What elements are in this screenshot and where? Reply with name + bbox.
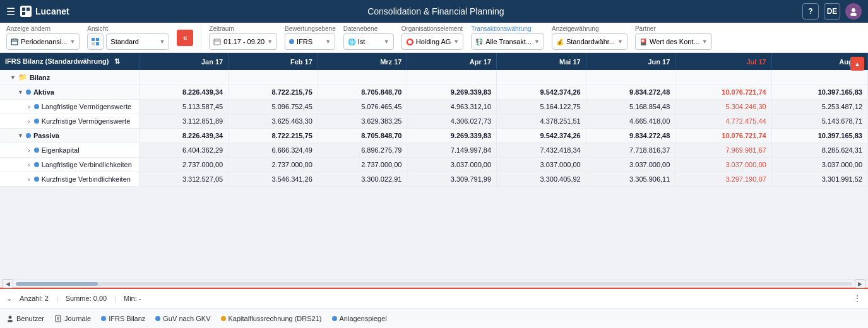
tab-guv[interactable]: GuV nach GKV: [155, 315, 210, 322]
horizontal-scrollbar[interactable]: ◀ ▶: [0, 279, 868, 288]
chevron-down-icon: ▼: [69, 38, 75, 45]
data-cell: [771, 70, 867, 85]
divider: [201, 28, 201, 47]
table-row: ›Kurzfristige Verbindlichkeiten3.312.527…: [0, 172, 868, 187]
ifrs-dot: [101, 316, 106, 321]
ansicht-dropdown[interactable]: Standard ▼: [106, 33, 169, 50]
org-element-dropdown[interactable]: ⭕ Holding AG ▼: [401, 33, 464, 50]
table-row: ▼📁Bilanz: [0, 70, 868, 85]
data-cell: 10.397.165,83: [771, 129, 867, 143]
view-icon-button[interactable]: [87, 33, 104, 50]
expand-arrow[interactable]: ›: [28, 117, 30, 125]
row-label-text: Kurzfristige Vermögenswerte: [42, 117, 131, 125]
tab-kapitalfluss[interactable]: Kapitalflussrechnung (DRS21): [221, 315, 322, 322]
data-cell: 7.718.816,37: [586, 143, 675, 158]
trans-waehrung-section: Transaktionswährung 💱 Alle Transakt... ▼: [471, 25, 544, 50]
data-cell: 10.076.721,74: [675, 85, 771, 100]
scroll-left-button[interactable]: ◀: [3, 279, 13, 288]
svg-rect-1: [22, 8, 25, 11]
table-row: ▼Passiva8.226.439,348.722.215,758.705.84…: [0, 129, 868, 143]
status-bar: ⌄ Anzahl: 2 | Summe: 0,00 | Min: - ⋮: [0, 288, 868, 308]
data-cell: 5.143.678,71: [771, 114, 867, 129]
more-options-button[interactable]: ⋮: [853, 293, 862, 303]
help-button[interactable]: ?: [802, 3, 819, 20]
svg-rect-6: [11, 39, 18, 45]
scroll-top-button[interactable]: ▲: [850, 57, 864, 71]
chevron-down-icon: ▼: [325, 38, 331, 45]
document-icon: [54, 315, 62, 322]
table-row: ›Eigenkapital6.404.362,296.666.324,496.8…: [0, 143, 868, 158]
tab-ifrs-bilanz[interactable]: IFRS Bilanz: [101, 315, 145, 322]
anzeige-waehrung-dropdown[interactable]: 💰 Standardwähr... ▼: [552, 33, 627, 50]
svg-rect-0: [20, 6, 32, 17]
data-cell: 3.037.000,00: [771, 158, 867, 172]
table-row: ›Langfristige Verbindlichkeiten2.737.000…: [0, 158, 868, 172]
expand-arrow[interactable]: ›: [28, 146, 30, 154]
row-label-cell: ›Eigenkapital: [0, 143, 139, 158]
status-expand-button[interactable]: ⌄: [6, 295, 12, 303]
partner-section: Partner 🎴 Wert des Kont... ▼: [635, 25, 712, 50]
data-cell: 4.772.475,44: [675, 114, 771, 129]
expand-arrow[interactable]: ›: [28, 103, 30, 110]
expand-arrow[interactable]: ▼: [18, 132, 23, 139]
tab-benutzer[interactable]: Benutzer: [6, 315, 44, 322]
partner-dropdown[interactable]: 🎴 Wert des Kont... ▼: [635, 33, 712, 50]
row-label-cell: ›Langfristige Vermögenswerte: [0, 100, 139, 114]
collapse-button[interactable]: «: [177, 30, 193, 46]
data-cell: 7.149.997,84: [407, 143, 497, 158]
data-cell: [586, 70, 675, 85]
expand-arrow[interactable]: ›: [28, 161, 30, 168]
data-cell: 5.076.465,45: [318, 100, 407, 114]
scroll-thumb[interactable]: [16, 282, 98, 286]
folder-icon: 📁: [18, 73, 27, 81]
datenebene-dropdown[interactable]: 🌐 Ist ▼: [343, 33, 394, 50]
trans-waehrung-dropdown[interactable]: 💱 Alle Transakt... ▼: [471, 33, 544, 50]
toolbar: Anzeige ändern Periodenansi... ▼ Ansicht…: [0, 23, 868, 53]
tab-anlagenspiegel[interactable]: Anlagenspiegel: [332, 315, 387, 322]
expand-arrow[interactable]: ›: [28, 175, 30, 183]
row-label-cell: ▼Passiva: [0, 129, 139, 143]
bewertungsebene-label: Bewertungsebene: [285, 25, 336, 32]
sort-icon[interactable]: ⇅: [114, 57, 120, 65]
language-button[interactable]: DE: [824, 3, 840, 20]
data-cell: 8.722.215,75: [229, 129, 318, 143]
data-cell: 3.546.341,26: [229, 172, 318, 187]
calendar-icon: [11, 38, 18, 45]
data-cell: 9.269.339,83: [407, 85, 497, 100]
ansicht-label: Ansicht: [87, 25, 108, 32]
page-title: Consolidation & Financial Planning: [74, 6, 797, 16]
trans-icon: 💱: [475, 38, 483, 45]
partner-icon: 🎴: [639, 38, 647, 45]
bewertungsebene-dropdown[interactable]: IFRS ▼: [285, 33, 335, 50]
periode-dropdown[interactable]: Periodenansi... ▼: [6, 33, 80, 50]
scroll-track[interactable]: [16, 282, 852, 286]
data-cell: 6.896.275,79: [318, 143, 407, 158]
lucanet-logo-icon: [20, 6, 32, 17]
zeitraum-dropdown[interactable]: 01.17 - 09.20 ▼: [209, 33, 277, 50]
table-row: ▼Aktiva8.226.439,348.722.215,758.705.848…: [0, 85, 868, 100]
data-cell: 3.037.000,00: [407, 158, 497, 172]
data-cell: 3.301.991,52: [771, 172, 867, 187]
main-table: IFRS Bilanz (Standardwährung) ⇅ Jan 17 F…: [0, 53, 868, 187]
sum-status: Summe: 0,00: [66, 295, 107, 302]
row-dot: [34, 148, 39, 153]
top-nav: ☰ Lucanet Consolidation & Financial Plan…: [0, 0, 868, 23]
trans-waehrung-label: Transaktionswährung: [471, 25, 531, 32]
hamburger-icon[interactable]: ☰: [6, 6, 15, 18]
expand-arrow[interactable]: ▼: [10, 74, 16, 81]
tab-journale[interactable]: Journale: [54, 315, 91, 322]
chevron-down-icon: ▼: [267, 38, 273, 45]
count-status: Anzahl: 2: [20, 295, 49, 302]
data-cell: 9.269.339,83: [407, 129, 497, 143]
person-icon: [6, 315, 14, 322]
user-avatar[interactable]: [845, 3, 862, 20]
data-cell: 5.096.752,45: [229, 100, 318, 114]
row-label-text: Eigenkapital: [42, 146, 80, 154]
expand-arrow[interactable]: ▼: [18, 89, 23, 95]
scroll-right-button[interactable]: ▶: [855, 279, 865, 288]
data-cell: 5.164.122,75: [497, 100, 586, 114]
data-cell: 2.737.000,00: [318, 158, 407, 172]
table-scroll-container[interactable]: IFRS Bilanz (Standardwährung) ⇅ Jan 17 F…: [0, 53, 868, 279]
org-element-label: Organisationselement: [401, 25, 463, 32]
partner-label: Partner: [635, 25, 656, 32]
